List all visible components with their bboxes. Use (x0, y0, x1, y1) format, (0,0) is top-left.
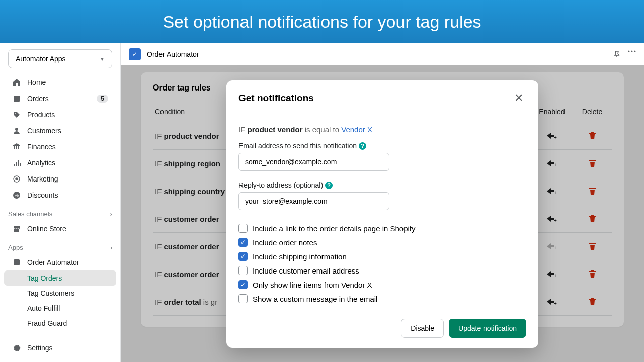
svg-point-6 (628, 50, 630, 52)
nav-discounts[interactable]: %Discounts (4, 187, 116, 203)
checkbox-label: Include order notes (253, 238, 317, 247)
nav-home[interactable]: Home (4, 74, 116, 90)
app-dropdown[interactable]: Automator Apps ▼ (8, 49, 112, 68)
tag-icon (12, 110, 21, 119)
checkbox[interactable] (238, 266, 248, 275)
modal-overlay: Get notifications ✕ IF product vendor is… (121, 65, 644, 362)
checkbox[interactable] (238, 294, 248, 303)
orders-badge: 5 (97, 95, 108, 103)
checkbox-row: Include a link to the order details page… (238, 221, 526, 235)
notification-modal: Get notifications ✕ IF product vendor is… (226, 80, 538, 348)
more-icon[interactable] (628, 50, 636, 58)
nav-finances[interactable]: Finances (4, 139, 116, 155)
disable-button[interactable]: Disable (401, 319, 444, 338)
hero-text: Set optional notifications for your tag … (163, 12, 481, 32)
checkbox-label: Show a custom message in the email (253, 295, 377, 303)
dropdown-label: Automator Apps (16, 55, 66, 63)
gear-icon (12, 343, 21, 352)
checkbox-label: Include customer email address (253, 266, 359, 275)
store-icon (12, 224, 21, 233)
nav-online-store[interactable]: Online Store (4, 221, 116, 237)
subnav-auto-fulfill[interactable]: Auto Fulfill (4, 301, 116, 316)
svg-point-8 (634, 50, 636, 52)
update-notification-button[interactable]: Update notification (449, 319, 526, 338)
svg-rect-5 (14, 259, 20, 265)
checkbox-row: ✓Include order notes (238, 235, 526, 249)
target-icon (12, 174, 21, 184)
nav-marketing[interactable]: Marketing (4, 171, 116, 187)
checkbox-label: Include shipping information (253, 252, 347, 261)
person-icon (12, 126, 21, 135)
app-logo-icon: ✓ (129, 48, 141, 60)
subnav-fraud-guard[interactable]: Fraud Guard (4, 316, 116, 331)
nav-products[interactable]: Products (4, 107, 116, 123)
checkbox[interactable]: ✓ (238, 280, 248, 289)
discount-icon: % (12, 191, 21, 200)
checkbox-row: Show a custom message in the email (238, 292, 526, 306)
home-icon (12, 78, 21, 87)
close-icon[interactable]: ✕ (511, 90, 526, 106)
checkbox-row: ✓Only show line items from Vendor X (238, 278, 526, 292)
orders-icon (12, 94, 21, 103)
app-name: Order Automator (147, 50, 199, 58)
email-input[interactable] (238, 153, 389, 171)
svg-point-7 (631, 50, 633, 52)
svg-point-0 (15, 128, 18, 131)
pin-icon[interactable] (613, 50, 621, 58)
chevron-down-icon: ▼ (100, 56, 105, 62)
help-icon[interactable]: ? (325, 182, 333, 189)
chevron-right-icon: › (110, 244, 112, 251)
checkbox[interactable] (238, 224, 248, 233)
svg-point-2 (16, 178, 18, 180)
topbar: ✓ Order Automator (121, 43, 644, 65)
bank-icon (12, 142, 21, 151)
hero-banner: Set optional notifications for your tag … (0, 0, 644, 43)
app-badge-icon (12, 258, 21, 267)
condition-summary: IF product vendor is equal to Vendor X (238, 125, 526, 134)
nav-analytics[interactable]: Analytics (4, 155, 116, 171)
email-label: Email address to send this notification? (238, 142, 526, 150)
modal-title: Get notifications (238, 93, 314, 104)
chevron-right-icon: › (110, 210, 112, 218)
checkbox[interactable]: ✓ (238, 252, 248, 261)
checkbox-row: ✓Include shipping information (238, 249, 526, 263)
checkbox-row: Include customer email address (238, 263, 526, 278)
reply-input[interactable] (238, 192, 389, 210)
checkbox[interactable]: ✓ (238, 238, 248, 247)
subnav-tag-customers[interactable]: Tag Customers (4, 286, 116, 301)
nav-customers[interactable]: Customers (4, 123, 116, 139)
apps-header[interactable]: Apps › (0, 237, 120, 254)
sidebar: Automator Apps ▼ Home Orders5 Products C… (0, 43, 121, 362)
nav-orders[interactable]: Orders5 (4, 90, 116, 107)
nav-settings[interactable]: Settings (4, 340, 116, 356)
checkbox-label: Only show line items from Vendor X (253, 281, 372, 289)
subnav-tag-orders[interactable]: Tag Orders (4, 270, 116, 286)
reply-label: Reply-to address (optional)? (238, 181, 526, 189)
svg-text:%: % (15, 193, 19, 198)
nav-order-automator[interactable]: Order Automator (4, 254, 116, 270)
help-icon[interactable]: ? (359, 142, 366, 150)
sales-channels-header[interactable]: Sales channels › (0, 203, 120, 221)
checkbox-label: Include a link to the order details page… (253, 224, 416, 233)
chart-icon (12, 158, 21, 167)
